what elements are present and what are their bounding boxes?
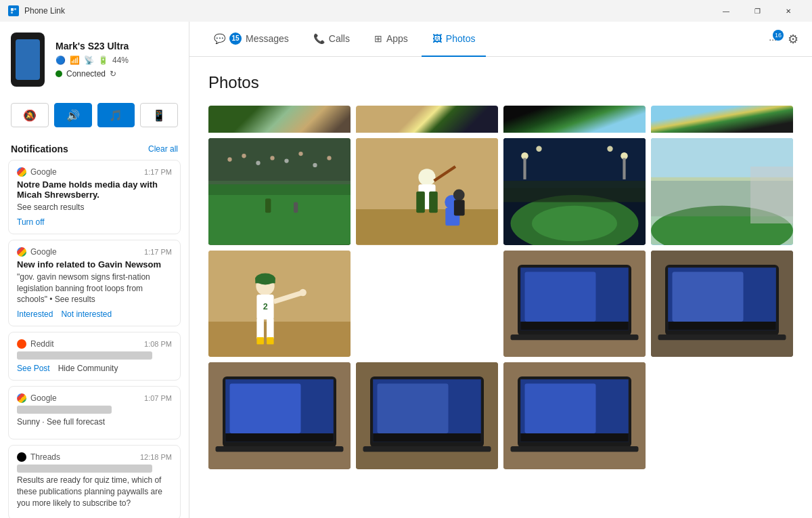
notif-body-threads: Results are ready for quiz time, which o…	[17, 465, 172, 509]
tab-apps-label: Apps	[386, 33, 408, 44]
hide-community-button[interactable]: Hide Community	[58, 364, 118, 373]
svg-rect-0	[11, 8, 14, 11]
device-name: Mark's S23 Ultra	[55, 41, 178, 51]
notif-source-2: Google	[17, 247, 57, 257]
app-body: Mark's S23 Ultra 🔵 📶 📡 🔋 44% Connected ↻…	[0, 22, 812, 518]
google-icon	[17, 167, 26, 177]
action-buttons: 🔕 🔊 🎵 📱	[0, 98, 189, 138]
svg-rect-27	[454, 200, 465, 215]
restore-button[interactable]: ❐	[742, 0, 773, 22]
photo-empty	[356, 251, 498, 358]
notification-google-notredame: Google 1:17 PM Notre Dame holds media da…	[8, 160, 181, 234]
tab-messages-label: Messages	[246, 33, 289, 44]
device-info: Mark's S23 Ultra 🔵 📶 📡 🔋 44% Connected ↻	[55, 41, 178, 79]
svg-rect-82	[378, 384, 449, 434]
photos-top-row	[208, 106, 793, 133]
apps-icon: ⊞	[374, 33, 382, 44]
svg-rect-16	[294, 202, 298, 213]
photo-top-2[interactable]	[356, 106, 498, 133]
photo-top-1[interactable]	[208, 106, 351, 133]
turn-off-button[interactable]: Turn off	[17, 217, 45, 227]
tab-messages[interactable]: 💬 15 Messages	[203, 22, 300, 57]
svg-rect-38	[503, 181, 646, 202]
svg-rect-77	[225, 433, 334, 442]
photo-empty-2	[651, 362, 793, 469]
notification-threads: Threads 12:18 PM Results are ready for q…	[8, 445, 181, 518]
threads-blurred-content	[17, 465, 152, 473]
photo-laptop-1[interactable]	[503, 251, 646, 358]
svg-rect-70	[673, 272, 744, 322]
title-bar-left: Phone Link	[8, 5, 65, 16]
music-button[interactable]: 🎵	[97, 103, 135, 127]
interested-button[interactable]: Interested	[17, 309, 53, 319]
photo-baseball-crowd[interactable]	[208, 138, 351, 245]
threads-icon	[17, 452, 26, 462]
notif-header-5: Threads 12:18 PM	[17, 452, 172, 462]
calls-icon: 📞	[313, 33, 325, 44]
svg-point-12	[298, 152, 302, 156]
notif-actions-2: Interested Not interested	[17, 309, 172, 319]
more-button[interactable]: ··· 16	[763, 31, 782, 47]
notif-header-3: Reddit 1:08 PM	[17, 339, 172, 349]
clear-all-button[interactable]: Clear all	[148, 144, 178, 154]
photo-batter[interactable]	[356, 138, 498, 245]
sound-button[interactable]: 🔊	[54, 103, 92, 127]
notif-source-5: Threads	[17, 452, 60, 462]
photo-laptop-2[interactable]	[651, 251, 793, 358]
silent-button[interactable]: 🔕	[11, 103, 49, 127]
photo-top-4[interactable]	[651, 106, 793, 133]
svg-rect-64	[525, 272, 596, 322]
minimize-button[interactable]: —	[710, 0, 742, 22]
screen-button[interactable]: 📱	[140, 103, 178, 127]
notif-time-5: 12:18 PM	[140, 453, 172, 461]
svg-rect-2	[11, 12, 13, 14]
svg-rect-54	[256, 337, 264, 345]
close-button[interactable]: ✕	[773, 0, 804, 22]
notif-body-reddit	[17, 351, 172, 360]
notif-header-2: Google 1:17 PM	[17, 247, 172, 257]
notifications-header: Notifications Clear all	[0, 138, 189, 160]
svg-rect-52	[256, 318, 264, 339]
tab-calls[interactable]: 📞 Calls	[302, 22, 361, 57]
tab-apps[interactable]: ⊞ Apps	[363, 22, 419, 57]
svg-rect-72	[658, 334, 786, 339]
photo-top-3[interactable]	[503, 106, 646, 133]
svg-point-8	[242, 154, 246, 158]
svg-rect-22	[429, 192, 438, 213]
title-bar: Phone Link — ❐ ✕	[0, 0, 812, 22]
svg-rect-65	[520, 322, 629, 330]
svg-rect-83	[373, 433, 481, 442]
photos-row-3	[208, 362, 793, 469]
svg-rect-18	[356, 209, 498, 245]
svg-rect-53	[267, 318, 274, 339]
bluetooth-icon: 🔵	[55, 56, 66, 65]
svg-rect-78	[216, 446, 344, 452]
notif-actions: Turn off	[17, 217, 172, 227]
device-image	[11, 33, 45, 87]
app-title: Phone Link	[24, 6, 65, 16]
notif-source: Google	[17, 167, 57, 177]
svg-rect-36	[523, 158, 526, 179]
photo-laptop-4[interactable]	[356, 362, 498, 469]
notification-reddit: Reddit 1:08 PM See Post Hide Community	[8, 332, 181, 381]
svg-point-31	[532, 206, 617, 242]
photo-panorama[interactable]	[651, 138, 793, 245]
settings-button[interactable]: ⚙	[788, 32, 798, 47]
main-content: 💬 15 Messages 📞 Calls ⊞ Apps 🖼 Photos	[189, 22, 812, 518]
photo-pitcher[interactable]: 2	[208, 251, 351, 358]
svg-point-35	[607, 146, 612, 152]
notif-body-weather: Sunny · See full forecast	[17, 406, 172, 428]
see-post-button[interactable]: See Post	[17, 364, 50, 373]
photo-laptop-3[interactable]	[208, 362, 351, 469]
connected-indicator	[55, 70, 62, 77]
photo-stadium-night[interactable]	[503, 138, 646, 245]
photos-row-1	[208, 138, 793, 245]
tab-photos[interactable]: 🖼 Photos	[422, 22, 487, 57]
refresh-icon[interactable]: ↻	[110, 69, 116, 79]
not-interested-button[interactable]: Not interested	[61, 309, 112, 319]
settings-icon: ⚙	[788, 33, 798, 46]
photo-laptop-5[interactable]	[503, 362, 646, 469]
notif-header: Google 1:17 PM	[17, 167, 172, 177]
tab-photos-label: Photos	[446, 33, 476, 44]
more-badge: 16	[773, 30, 784, 41]
